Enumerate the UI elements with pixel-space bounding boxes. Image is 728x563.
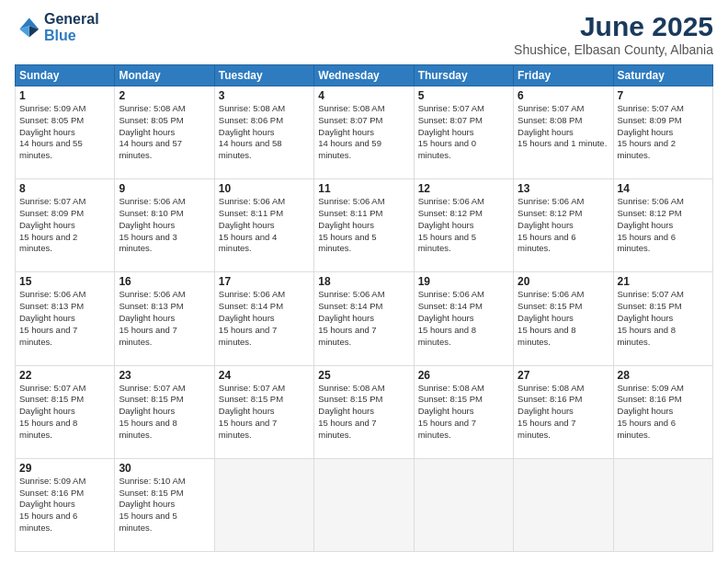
day-number: 11 (318, 182, 409, 195)
cell-info: Sunrise: 5:07 AMSunset: 8:15 PMDaylight … (119, 383, 210, 442)
day-number: 6 (518, 89, 609, 102)
weekday-header-sunday: Sunday (16, 65, 115, 86)
day-number: 7 (618, 89, 709, 102)
calendar-cell: 20Sunrise: 5:06 AMSunset: 8:15 PMDayligh… (514, 272, 613, 365)
calendar-header-row: SundayMondayTuesdayWednesdayThursdayFrid… (16, 65, 713, 86)
subtitle: Shushice, Elbasan County, Albania (514, 42, 713, 57)
calendar-cell: 19Sunrise: 5:06 AMSunset: 8:14 PMDayligh… (414, 272, 513, 365)
calendar-body: 1Sunrise: 5:09 AMSunset: 8:05 PMDaylight… (16, 86, 713, 552)
cell-info: Sunrise: 5:09 AMSunset: 8:16 PMDaylight … (618, 383, 709, 442)
day-number: 15 (19, 275, 110, 288)
calendar-cell: 23Sunrise: 5:07 AMSunset: 8:15 PMDayligh… (115, 365, 214, 458)
day-number: 27 (518, 369, 609, 382)
calendar-cell: 1Sunrise: 5:09 AMSunset: 8:05 PMDaylight… (16, 86, 115, 179)
day-number: 19 (418, 275, 509, 288)
calendar-cell: 7Sunrise: 5:07 AMSunset: 8:09 PMDaylight… (613, 86, 712, 179)
cell-info: Sunrise: 5:06 AMSunset: 8:11 PMDaylight … (318, 196, 409, 255)
calendar-week-5: 29Sunrise: 5:09 AMSunset: 8:16 PMDayligh… (16, 458, 713, 551)
cell-info: Sunrise: 5:07 AMSunset: 8:09 PMDaylight … (618, 103, 709, 162)
cell-info: Sunrise: 5:08 AMSunset: 8:05 PMDaylight … (119, 103, 210, 162)
weekday-header-wednesday: Wednesday (314, 65, 414, 86)
calendar-cell: 26Sunrise: 5:08 AMSunset: 8:15 PMDayligh… (414, 365, 513, 458)
day-number: 30 (119, 462, 210, 475)
cell-info: Sunrise: 5:06 AMSunset: 8:14 PMDaylight … (219, 289, 310, 348)
logo: General Blue (15, 11, 99, 43)
calendar-cell: 2Sunrise: 5:08 AMSunset: 8:05 PMDaylight… (115, 86, 214, 179)
day-number: 13 (518, 182, 609, 195)
cell-info: Sunrise: 5:07 AMSunset: 8:15 PMDaylight … (19, 383, 110, 442)
day-number: 3 (219, 89, 310, 102)
day-number: 25 (318, 369, 409, 382)
day-number: 29 (19, 462, 110, 475)
calendar-cell (314, 458, 414, 551)
day-number: 18 (318, 275, 409, 288)
calendar-cell: 25Sunrise: 5:08 AMSunset: 8:15 PMDayligh… (314, 365, 414, 458)
day-number: 22 (19, 369, 110, 382)
cell-info: Sunrise: 5:08 AMSunset: 8:16 PMDaylight … (518, 383, 609, 442)
calendar-cell: 12Sunrise: 5:06 AMSunset: 8:12 PMDayligh… (414, 179, 513, 272)
calendar-cell (414, 458, 513, 551)
calendar-cell: 6Sunrise: 5:07 AMSunset: 8:08 PMDaylight… (514, 86, 613, 179)
cell-info: Sunrise: 5:07 AMSunset: 8:15 PMDaylight … (618, 289, 709, 348)
cell-info: Sunrise: 5:07 AMSunset: 8:07 PMDaylight … (418, 103, 509, 162)
day-number: 9 (119, 182, 210, 195)
calendar-cell: 18Sunrise: 5:06 AMSunset: 8:14 PMDayligh… (314, 272, 414, 365)
calendar-cell: 3Sunrise: 5:08 AMSunset: 8:06 PMDaylight… (214, 86, 313, 179)
calendar-cell (214, 458, 313, 551)
day-number: 16 (119, 275, 210, 288)
cell-info: Sunrise: 5:06 AMSunset: 8:14 PMDaylight … (418, 289, 509, 348)
cell-info: Sunrise: 5:06 AMSunset: 8:12 PMDaylight … (418, 196, 509, 255)
calendar-cell: 5Sunrise: 5:07 AMSunset: 8:07 PMDaylight… (414, 86, 513, 179)
calendar-cell: 17Sunrise: 5:06 AMSunset: 8:14 PMDayligh… (214, 272, 313, 365)
cell-info: Sunrise: 5:10 AMSunset: 8:15 PMDaylight … (119, 476, 210, 534)
calendar-week-1: 1Sunrise: 5:09 AMSunset: 8:05 PMDaylight… (16, 86, 713, 179)
calendar-cell (613, 458, 712, 551)
calendar-cell: 10Sunrise: 5:06 AMSunset: 8:11 PMDayligh… (214, 179, 313, 272)
weekday-header-friday: Friday (514, 65, 613, 86)
cell-info: Sunrise: 5:06 AMSunset: 8:14 PMDaylight … (318, 289, 409, 348)
day-number: 21 (618, 275, 709, 288)
day-number: 26 (418, 369, 509, 382)
cell-info: Sunrise: 5:09 AMSunset: 8:05 PMDaylight … (19, 103, 110, 162)
cell-info: Sunrise: 5:07 AMSunset: 8:09 PMDaylight … (19, 196, 110, 255)
calendar-cell: 14Sunrise: 5:06 AMSunset: 8:12 PMDayligh… (613, 179, 712, 272)
logo-text: General Blue (44, 11, 99, 43)
cell-info: Sunrise: 5:06 AMSunset: 8:15 PMDaylight … (518, 289, 609, 348)
cell-info: Sunrise: 5:09 AMSunset: 8:16 PMDaylight … (19, 476, 110, 534)
cell-info: Sunrise: 5:06 AMSunset: 8:11 PMDaylight … (219, 196, 310, 255)
page: General Blue June 2025 Shushice, Elbasan… (0, 0, 728, 563)
cell-info: Sunrise: 5:06 AMSunset: 8:12 PMDaylight … (618, 196, 709, 255)
cell-info: Sunrise: 5:08 AMSunset: 8:15 PMDaylight … (418, 383, 509, 442)
calendar-cell: 22Sunrise: 5:07 AMSunset: 8:15 PMDayligh… (16, 365, 115, 458)
day-number: 4 (318, 89, 409, 102)
calendar-cell (514, 458, 613, 551)
cell-info: Sunrise: 5:07 AMSunset: 8:08 PMDaylight … (518, 103, 609, 150)
day-number: 23 (119, 369, 210, 382)
calendar-cell: 8Sunrise: 5:07 AMSunset: 8:09 PMDaylight… (16, 179, 115, 272)
title-block: June 2025 Shushice, Elbasan County, Alba… (514, 11, 713, 57)
day-number: 20 (518, 275, 609, 288)
cell-info: Sunrise: 5:08 AMSunset: 8:06 PMDaylight … (219, 103, 310, 162)
day-number: 5 (418, 89, 509, 102)
logo-icon (15, 15, 40, 40)
cell-info: Sunrise: 5:06 AMSunset: 8:13 PMDaylight … (19, 289, 110, 348)
weekday-header-tuesday: Tuesday (214, 65, 313, 86)
calendar-cell: 21Sunrise: 5:07 AMSunset: 8:15 PMDayligh… (613, 272, 712, 365)
day-number: 10 (219, 182, 310, 195)
day-number: 14 (618, 182, 709, 195)
calendar-cell: 15Sunrise: 5:06 AMSunset: 8:13 PMDayligh… (16, 272, 115, 365)
calendar-cell: 13Sunrise: 5:06 AMSunset: 8:12 PMDayligh… (514, 179, 613, 272)
calendar-cell: 30Sunrise: 5:10 AMSunset: 8:15 PMDayligh… (115, 458, 214, 551)
calendar-cell: 16Sunrise: 5:06 AMSunset: 8:13 PMDayligh… (115, 272, 214, 365)
day-number: 12 (418, 182, 509, 195)
calendar-table: SundayMondayTuesdayWednesdayThursdayFrid… (15, 64, 713, 552)
calendar-cell: 28Sunrise: 5:09 AMSunset: 8:16 PMDayligh… (613, 365, 712, 458)
cell-info: Sunrise: 5:07 AMSunset: 8:15 PMDaylight … (219, 383, 310, 442)
calendar-cell: 9Sunrise: 5:06 AMSunset: 8:10 PMDaylight… (115, 179, 214, 272)
cell-info: Sunrise: 5:06 AMSunset: 8:12 PMDaylight … (518, 196, 609, 255)
day-number: 2 (119, 89, 210, 102)
calendar-cell: 29Sunrise: 5:09 AMSunset: 8:16 PMDayligh… (16, 458, 115, 551)
calendar-week-4: 22Sunrise: 5:07 AMSunset: 8:15 PMDayligh… (16, 365, 713, 458)
calendar-cell: 24Sunrise: 5:07 AMSunset: 8:15 PMDayligh… (214, 365, 313, 458)
weekday-header-monday: Monday (115, 65, 214, 86)
